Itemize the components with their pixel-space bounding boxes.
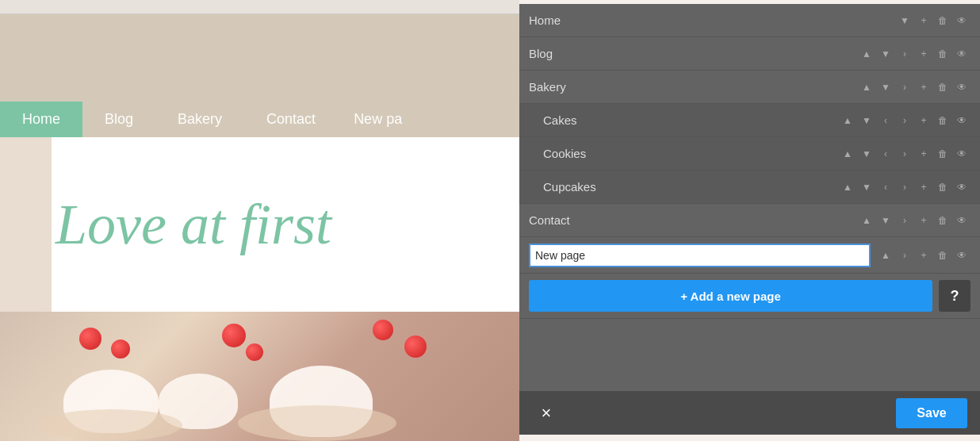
- plate-1: [40, 409, 182, 441]
- raspberry-6: [404, 336, 427, 358]
- cookies-left-btn[interactable]: ‹: [877, 145, 894, 163]
- hero-left-decor: [0, 137, 52, 312]
- cakes-add-btn[interactable]: +: [915, 112, 932, 129]
- cookies-delete-btn[interactable]: 🗑: [934, 145, 951, 163]
- home-delete-btn[interactable]: 🗑: [934, 12, 951, 29]
- contact-right-btn[interactable]: ›: [896, 212, 913, 229]
- menu-label-cakes: Cakes: [543, 113, 839, 127]
- bakery-right-btn[interactable]: ›: [896, 79, 913, 96]
- cupcakes-left-btn[interactable]: ‹: [877, 178, 894, 196]
- menu-row-cakes: Cakes ▲ ▼ ‹ › + 🗑 👁: [519, 104, 980, 137]
- plate-2: [238, 405, 396, 441]
- bakery-eye-btn[interactable]: 👁: [953, 79, 970, 96]
- contact-down-btn[interactable]: ▼: [877, 212, 894, 229]
- menu-label-cupcakes: Cupcakes: [543, 180, 839, 194]
- new-page-controls: ▲ › + 🗑 👁: [877, 247, 970, 264]
- menu-row-cupcakes: Cupcakes ▲ ▼ ‹ › + 🗑 👁: [519, 171, 980, 204]
- blog-add-btn[interactable]: +: [915, 45, 932, 63]
- cakes-controls: ▲ ▼ ‹ › + 🗑 👁: [839, 112, 970, 129]
- menu-label-bakery: Bakery: [529, 80, 858, 94]
- cakes-eye-btn[interactable]: 👁: [953, 112, 970, 129]
- blog-right-btn[interactable]: ›: [896, 45, 913, 63]
- raspberry-4: [246, 343, 263, 361]
- cookies-right-btn[interactable]: ›: [896, 145, 913, 163]
- bakery-add-btn[interactable]: +: [915, 79, 932, 96]
- top-bar: [0, 0, 519, 14]
- menu-label-blog: Blog: [529, 47, 858, 60]
- new-page-input[interactable]: [529, 244, 871, 267]
- raspberry-5: [373, 320, 393, 340]
- home-add-btn[interactable]: +: [915, 12, 932, 29]
- cookies-controls: ▲ ▼ ‹ › + 🗑 👁: [839, 145, 970, 163]
- cupcakes-eye-btn[interactable]: 👁: [953, 178, 970, 196]
- contact-delete-btn[interactable]: 🗑: [934, 212, 951, 229]
- raspberry-3: [222, 324, 246, 347]
- bakery-down-btn[interactable]: ▼: [877, 79, 894, 96]
- raspberry-2: [111, 339, 130, 359]
- hero-area: Love at first: [0, 137, 519, 312]
- add-page-row: + Add a new page ?: [519, 274, 980, 319]
- nav-item-bakery[interactable]: Bakery: [155, 102, 244, 137]
- nav-bar: Home Blog Bakery Contact New pa: [0, 14, 519, 137]
- contact-add-btn[interactable]: +: [915, 212, 932, 229]
- nav-item-contact[interactable]: Contact: [244, 102, 338, 137]
- home-eye-btn[interactable]: 👁: [953, 12, 970, 29]
- menu-label-cookies: Cookies: [543, 147, 839, 160]
- menu-row-contact: Contact ▲ ▼ › + 🗑 👁: [519, 204, 980, 237]
- menu-row-home: Home ▼ + 🗑 👁: [519, 4, 980, 37]
- bakery-delete-btn[interactable]: 🗑: [934, 79, 951, 96]
- cookies-eye-btn[interactable]: 👁: [953, 145, 970, 163]
- save-button[interactable]: Save: [896, 398, 967, 428]
- nav-items: Home Blog Bakery Contact New pa: [0, 102, 418, 137]
- blog-eye-btn[interactable]: 👁: [953, 45, 970, 63]
- nav-item-home[interactable]: Home: [0, 102, 82, 137]
- contact-eye-btn[interactable]: 👁: [953, 212, 970, 229]
- cookies-down-btn[interactable]: ▼: [858, 145, 875, 163]
- cupcakes-up-btn[interactable]: ▲: [839, 178, 856, 196]
- cupcakes-delete-btn[interactable]: 🗑: [934, 178, 951, 196]
- menu-row-blog: Blog ▲ ▼ › + 🗑 👁: [519, 37, 980, 71]
- bakery-controls: ▲ ▼ › + 🗑 👁: [858, 79, 970, 96]
- food-visual: [0, 312, 519, 441]
- cupcakes-down-btn[interactable]: ▼: [858, 178, 875, 196]
- cupcakes-add-btn[interactable]: +: [915, 178, 932, 196]
- cupcakes-controls: ▲ ▼ ‹ › + 🗑 👁: [839, 178, 970, 196]
- blog-down-btn[interactable]: ▼: [877, 45, 894, 63]
- blog-up-btn[interactable]: ▲: [858, 45, 875, 63]
- cookies-add-btn[interactable]: +: [915, 145, 932, 163]
- new-page-add-btn[interactable]: +: [915, 247, 932, 264]
- new-page-right-btn[interactable]: ›: [896, 247, 913, 264]
- cakes-up-btn[interactable]: ▲: [839, 112, 856, 129]
- bottom-bar: × Save: [519, 391, 980, 435]
- menu-row-cookies: Cookies ▲ ▼ ‹ › + 🗑 👁: [519, 137, 980, 171]
- new-page-delete-btn[interactable]: 🗑: [934, 247, 951, 264]
- raspberry-1: [79, 328, 101, 350]
- close-button[interactable]: ×: [532, 399, 561, 428]
- nav-editor-panel: Home ▼ + 🗑 👁 Blog ▲ ▼ › + 🗑 👁 Bakery ▲ ▼…: [519, 4, 980, 435]
- food-area: [0, 312, 519, 441]
- hero-text: Love at first: [56, 192, 331, 258]
- menu-row-bakery: Bakery ▲ ▼ › + 🗑 👁: [519, 71, 980, 104]
- cookies-up-btn[interactable]: ▲: [839, 145, 856, 163]
- add-page-button[interactable]: + Add a new page: [529, 280, 932, 312]
- home-down-btn[interactable]: ▼: [896, 12, 913, 29]
- new-page-row: ▲ › + 🗑 👁: [519, 237, 980, 274]
- help-button[interactable]: ?: [939, 280, 970, 312]
- bakery-up-btn[interactable]: ▲: [858, 79, 875, 96]
- menu-label-contact: Contact: [529, 213, 858, 227]
- cakes-down-btn[interactable]: ▼: [858, 112, 875, 129]
- menu-label-home: Home: [529, 13, 896, 27]
- cakes-right-btn[interactable]: ›: [896, 112, 913, 129]
- cupcakes-right-btn[interactable]: ›: [896, 178, 913, 196]
- blog-controls: ▲ ▼ › + 🗑 👁: [858, 45, 970, 63]
- nav-item-blog[interactable]: Blog: [82, 102, 155, 137]
- contact-controls: ▲ ▼ › + 🗑 👁: [858, 212, 970, 229]
- new-page-eye-btn[interactable]: 👁: [953, 247, 970, 264]
- new-page-up-btn[interactable]: ▲: [877, 247, 894, 264]
- cakes-delete-btn[interactable]: 🗑: [934, 112, 951, 129]
- blog-delete-btn[interactable]: 🗑: [934, 45, 951, 63]
- nav-item-newpa[interactable]: New pa: [338, 102, 418, 137]
- cakes-left-btn[interactable]: ‹: [877, 112, 894, 129]
- contact-up-btn[interactable]: ▲: [858, 212, 875, 229]
- home-controls: ▼ + 🗑 👁: [896, 12, 970, 29]
